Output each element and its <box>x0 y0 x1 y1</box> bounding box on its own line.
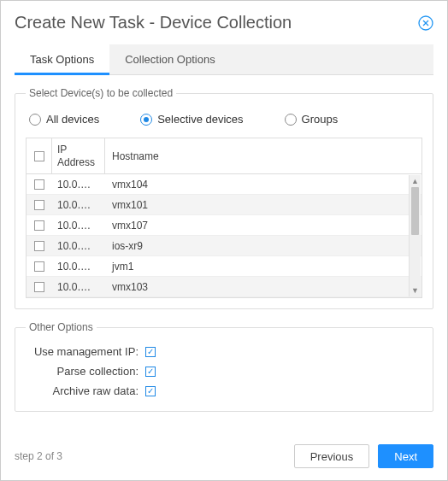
table-row[interactable]: 10.0…. vmx101 <box>27 195 421 215</box>
cell-ip: 10.0…. <box>52 199 105 211</box>
cell-hostname: jvm1 <box>105 261 421 273</box>
table-row[interactable]: 10.0…. ios-xr9 <box>27 236 421 256</box>
option-label: Use management IP: <box>26 345 145 358</box>
cell-hostname: vmx104 <box>105 179 421 191</box>
cell-hostname: vmx107 <box>105 220 421 232</box>
tab-collection-options[interactable]: Collection Options <box>109 44 231 74</box>
archive-raw-checkbox[interactable] <box>145 386 156 396</box>
column-ip[interactable]: IP Address <box>52 138 105 173</box>
table-row[interactable]: 10.0…. jvm1 <box>27 256 421 277</box>
footer-buttons: Previous Next <box>294 444 433 468</box>
row-checkbox[interactable] <box>34 200 44 210</box>
cell-hostname: vmx101 <box>105 199 421 211</box>
row-checkbox[interactable] <box>34 282 44 292</box>
radio-label: Groups <box>302 113 339 126</box>
previous-button[interactable]: Previous <box>294 444 370 468</box>
radio-all-devices[interactable]: All devices <box>29 113 99 126</box>
dialog-title: Create New Task - Device Collection <box>15 13 292 32</box>
tab-task-options[interactable]: Task Options <box>15 44 109 75</box>
step-indicator: step 2 of 3 <box>15 450 62 462</box>
option-parse-collection: Parse collection: <box>26 361 422 381</box>
other-options-fieldset: Other Options Use management IP: Parse c… <box>15 321 433 412</box>
cell-ip: 10.0…. <box>52 281 105 293</box>
radio-icon <box>140 114 152 126</box>
row-checkbox[interactable] <box>34 179 44 190</box>
option-archive-raw: Archive raw data: <box>26 381 422 401</box>
table-body: 10.0…. vmx104 10.0…. vmx101 10.0…. vmx10… <box>27 174 421 297</box>
scrollbar-thumb[interactable] <box>411 187 419 235</box>
dialog: Create New Task - Device Collection Task… <box>0 0 448 481</box>
cell-hostname: ios-xr9 <box>105 240 421 252</box>
option-use-mgmt-ip: Use management IP: <box>26 342 422 361</box>
select-all-checkbox[interactable] <box>34 151 44 161</box>
select-devices-legend: Select Device(s) to be collected <box>26 87 176 99</box>
radio-icon <box>285 114 297 126</box>
row-checkbox[interactable] <box>34 220 44 231</box>
radio-icon <box>29 114 41 126</box>
scroll-down-icon[interactable]: ▼ <box>410 284 421 296</box>
radio-selective-devices[interactable]: Selective devices <box>140 113 243 126</box>
cell-ip: 10.0…. <box>52 261 105 273</box>
select-devices-fieldset: Select Device(s) to be collected All dev… <box>15 87 433 309</box>
scroll-up-icon[interactable]: ▲ <box>410 175 421 187</box>
row-checkbox[interactable] <box>34 241 44 251</box>
scrollbar[interactable]: ▲ ▼ <box>409 175 421 296</box>
parse-collection-checkbox[interactable] <box>145 367 156 377</box>
other-options-legend: Other Options <box>26 321 97 333</box>
table-row[interactable]: 10.0…. vmx103 <box>27 277 421 297</box>
tab-bar: Task Options Collection Options <box>15 44 433 75</box>
cell-ip: 10.0…. <box>52 220 105 232</box>
table-header: IP Address Hostname <box>27 138 421 174</box>
table-row[interactable]: 10.0…. vmx107 <box>27 215 421 236</box>
use-mgmt-ip-checkbox[interactable] <box>145 347 156 357</box>
radio-label: Selective devices <box>157 113 243 126</box>
cell-ip: 10.0…. <box>52 240 105 252</box>
cell-ip: 10.0…. <box>52 179 105 191</box>
radio-groups[interactable]: Groups <box>285 113 339 126</box>
device-table: IP Address Hostname 10.0…. vmx104 10.0….… <box>26 138 422 298</box>
close-icon[interactable] <box>418 15 433 31</box>
table-row[interactable]: 10.0…. vmx104 <box>27 174 421 195</box>
next-button[interactable]: Next <box>378 444 433 468</box>
cell-hostname: vmx103 <box>105 281 421 293</box>
device-scope-radios: All devices Selective devices Groups <box>26 108 422 138</box>
option-label: Parse collection: <box>26 365 145 378</box>
column-hostname[interactable]: Hostname <box>105 147 421 166</box>
radio-label: All devices <box>46 113 99 126</box>
option-label: Archive raw data: <box>26 384 145 397</box>
header-checkbox-cell <box>27 138 52 173</box>
dialog-footer: step 2 of 3 Previous Next <box>15 444 433 468</box>
dialog-header: Create New Task - Device Collection <box>15 13 433 32</box>
row-checkbox[interactable] <box>34 261 44 272</box>
